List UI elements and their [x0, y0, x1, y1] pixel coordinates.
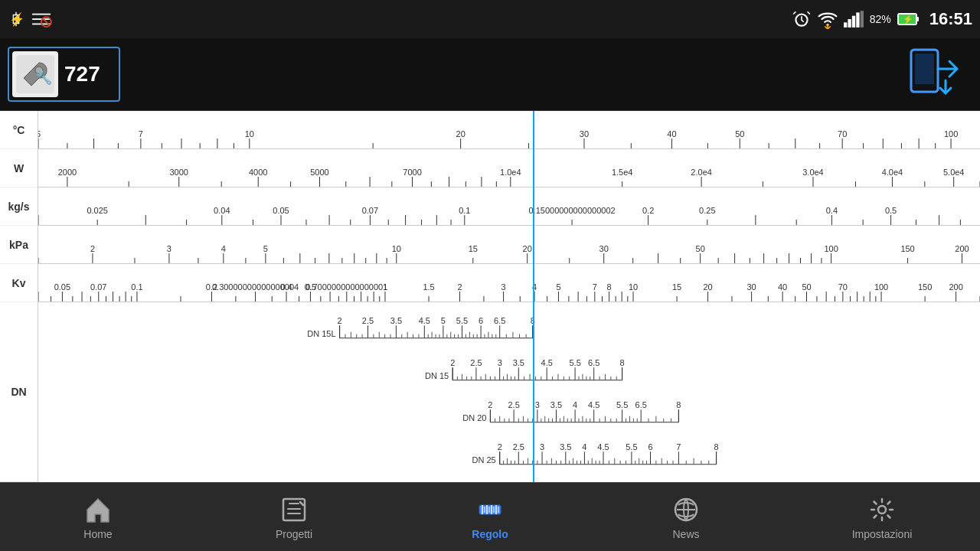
status-left: ⚡ [8, 11, 52, 28]
app-icon-container[interactable]: 🔧 727 [8, 47, 120, 102]
nav-label-impostazioni: Impostazioni [852, 528, 913, 540]
nav-label-regolo: Regolo [472, 528, 508, 540]
blue-indicator-line [533, 111, 534, 482]
kgs-canvas [38, 187, 980, 226]
svg-rect-10 [852, 16, 855, 28]
label-watt: W [0, 149, 38, 187]
progetti-icon [279, 494, 309, 525]
svg-point-33 [878, 506, 886, 514]
regolo-icon [475, 494, 505, 525]
kgs-scale-row [38, 187, 980, 226]
battery-icon: ⚡ [897, 11, 920, 27]
scales-area [38, 111, 980, 482]
label-kv: Kv [0, 264, 38, 302]
nav-label-progetti: Progetti [276, 528, 312, 540]
status-time: 16:51 [929, 9, 972, 29]
alarm-icon [792, 9, 812, 29]
label-celsius: °C [0, 111, 38, 149]
news-icon [671, 494, 701, 525]
main-content: °C W kg/s kPa Kv DN [0, 111, 980, 482]
kv-canvas [38, 264, 980, 302]
header-right [903, 46, 972, 103]
status-right: 82% ⚡ 16:51 [792, 9, 972, 29]
battery-percentage: 82% [870, 13, 891, 25]
wifi-icon [818, 9, 838, 29]
watt-canvas [38, 149, 980, 187]
kpa-canvas [38, 226, 980, 264]
header-bar: 🔧 727 [0, 38, 980, 111]
label-kpa: kPa [0, 226, 38, 264]
transfer-icon [903, 46, 972, 99]
side-labels: °C W kg/s kPa Kv DN [0, 111, 38, 482]
svg-rect-14 [916, 17, 919, 21]
menu-cancel-icon [31, 11, 52, 28]
nav-item-home[interactable]: Home [60, 494, 136, 540]
signal-icon [844, 11, 864, 28]
app-number: 727 [64, 62, 116, 86]
impostazioni-icon [867, 494, 897, 525]
usb-icon: ⚡ [8, 11, 24, 28]
label-kgs: kg/s [0, 187, 38, 226]
svg-rect-12 [860, 11, 863, 28]
nav-item-progetti[interactable]: Progetti [256, 494, 332, 540]
nav-label-home: Home [83, 528, 112, 540]
svg-text:🔧: 🔧 [35, 69, 53, 86]
app-icon: 🔧 [12, 51, 58, 97]
label-dn: DN [0, 302, 38, 482]
nav-item-impostazioni[interactable]: Impostazioni [844, 494, 920, 540]
home-icon [83, 494, 113, 525]
celsius-scale-row [38, 111, 980, 149]
svg-rect-9 [848, 19, 851, 28]
dn-canvas [38, 302, 980, 471]
celsius-canvas [38, 111, 980, 149]
kpa-scale-row [38, 226, 980, 264]
watt-scale-row [38, 149, 980, 187]
nav-label-news: News [672, 528, 699, 540]
svg-rect-11 [856, 12, 859, 28]
svg-text:⚡: ⚡ [9, 11, 24, 28]
svg-text:⚡: ⚡ [903, 14, 913, 24]
nav-item-news[interactable]: News [648, 494, 724, 540]
svg-rect-8 [844, 22, 847, 28]
svg-rect-21 [915, 54, 934, 84]
status-bar: ⚡ [0, 0, 980, 38]
kv-scale-row [38, 264, 980, 302]
bottom-nav: Home Progetti Rego [0, 482, 980, 551]
nav-item-regolo[interactable]: Regolo [452, 494, 528, 540]
